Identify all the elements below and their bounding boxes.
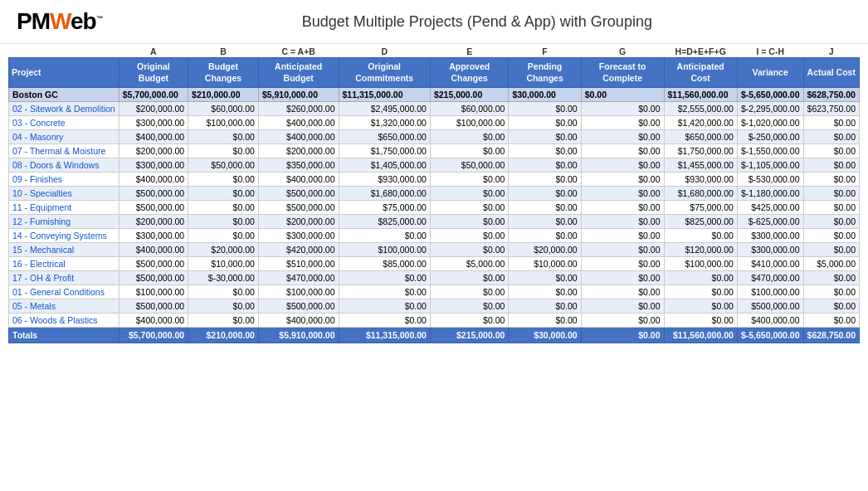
budget-table: A B C = A+B D E F G H=D+E+F+G I = C-H J … (8, 44, 860, 343)
cell-original_budget: $300,000.00 (119, 229, 188, 243)
cell-approved_changes: $0.00 (430, 271, 508, 285)
cell-original_commitments: $930,000.00 (339, 173, 430, 187)
cell-forecast_to_complete: $0.00 (581, 187, 664, 201)
cell-actual_cost: $0.00 (803, 229, 859, 243)
cell-variance: $300,000.00 (737, 243, 803, 257)
table-row: 16 - Electrical$500,000.00$10,000.00$510… (9, 257, 860, 271)
totals-pending-changes: $30,000.00 (509, 328, 581, 343)
cell-forecast_to_complete: $0.00 (581, 144, 664, 158)
cell-original_commitments: $0.00 (339, 299, 430, 314)
cell-original_budget: $400,000.00 (119, 173, 188, 187)
col-letter-c: C = A+B (258, 44, 339, 58)
cell-forecast_to_complete: $0.00 (581, 243, 664, 257)
cell-approved_changes: $100,000.00 (430, 116, 508, 130)
cell-pending_changes: $0.00 (509, 144, 581, 158)
cell-variance: $-1,550,000.00 (737, 144, 803, 158)
cell-approved_changes: $50,000.00 (430, 158, 508, 173)
page-header: PMWeb™ Budget Multiple Projects (Pend & … (0, 0, 868, 44)
cell-pending_changes: $0.00 (509, 299, 581, 314)
table-container: A B C = A+B D E F G H=D+E+F+G I = C-H J … (0, 44, 868, 352)
cell-actual_cost: $0.00 (803, 285, 859, 299)
cell-original_commitments: $75,000.00 (339, 201, 430, 215)
cell-project: 06 - Woods & Plastics (9, 314, 119, 328)
cell-original_budget: $500,000.00 (119, 257, 188, 271)
col-header-variance: Variance (737, 58, 803, 88)
cell-pending_changes: $0.00 (509, 102, 581, 116)
cell-anticipated_budget: $400,000.00 (258, 130, 339, 144)
col-letter-d: D (339, 44, 430, 58)
cell-approved_changes: $0.00 (430, 201, 508, 215)
cell-budget_changes: $0.00 (188, 130, 259, 144)
cell-anticipated_cost: $0.00 (664, 299, 737, 314)
cell-anticipated_cost: $930,000.00 (664, 173, 737, 187)
table-footer: Totals $5,700,000.00 $210,000.00 $5,910,… (9, 328, 860, 343)
cell-original_budget: $200,000.00 (119, 215, 188, 229)
cell-pending_changes: $0.00 (509, 271, 581, 285)
totals-actual-cost: $628,750.00 (803, 328, 859, 343)
cell-project: 10 - Specialties (9, 187, 119, 201)
col-letter-h: H=D+E+F+G (664, 44, 737, 58)
cell-original_commitments: $1,320,000.00 (339, 116, 430, 130)
cell-anticipated_cost: $1,420,000.00 (664, 116, 737, 130)
table-body: Boston GC $5,700,000.00 $210,000.00 $5,9… (9, 88, 860, 328)
table-row: 02 - Sitework & Demolition$200,000.00$60… (9, 102, 860, 116)
totals-approved-changes: $215,000.00 (430, 328, 508, 343)
cell-budget_changes: $50,000.00 (188, 158, 259, 173)
table-row: 08 - Doors & Windows$300,000.00$50,000.0… (9, 158, 860, 173)
cell-budget_changes: $0.00 (188, 144, 259, 158)
cell-pending_changes: $0.00 (509, 130, 581, 144)
cell-variance: $410,000.00 (737, 257, 803, 271)
cell-budget_changes: $100,000.00 (188, 116, 259, 130)
cell-pending_changes: $0.00 (509, 215, 581, 229)
cell-original_commitments: $1,680,000.00 (339, 187, 430, 201)
col-letter-g: G (581, 44, 664, 58)
cell-anticipated_cost: $0.00 (664, 314, 737, 328)
cell-original_budget: $500,000.00 (119, 271, 188, 285)
col-header-actual-cost: Actual Cost (803, 58, 859, 88)
cell-project: 15 - Mechanical (9, 243, 119, 257)
cell-pending_changes: $20,000.00 (509, 243, 581, 257)
cell-forecast_to_complete: $0.00 (581, 201, 664, 215)
col-header-project: Project (9, 58, 119, 88)
cell-approved_changes: $0.00 (430, 173, 508, 187)
group-header-approved-changes: $215,000.00 (430, 88, 508, 102)
cell-anticipated_budget: $400,000.00 (258, 314, 339, 328)
cell-anticipated_budget: $350,000.00 (258, 158, 339, 173)
col-letter-e: E (430, 44, 508, 58)
col-letter-a: A (119, 44, 188, 58)
col-letter-b: B (188, 44, 259, 58)
cell-original_budget: $400,000.00 (119, 130, 188, 144)
cell-approved_changes: $60,000.00 (430, 102, 508, 116)
totals-original-commitments: $11,315,000.00 (339, 328, 430, 343)
cell-anticipated_budget: $100,000.00 (258, 285, 339, 299)
cell-actual_cost: $0.00 (803, 130, 859, 144)
cell-original_commitments: $650,000.00 (339, 130, 430, 144)
cell-budget_changes: $0.00 (188, 201, 259, 215)
col-header-forecast-to-complete: Forecast to Complete (581, 58, 664, 88)
cell-variance: $500,000.00 (737, 299, 803, 314)
cell-variance: $-1,180,000.00 (737, 187, 803, 201)
cell-anticipated_cost: $825,000.00 (664, 215, 737, 229)
cell-project: 01 - General Conditions (9, 285, 119, 299)
cell-variance: $-530,000.00 (737, 173, 803, 187)
cell-forecast_to_complete: $0.00 (581, 271, 664, 285)
table-row: 12 - Furnishing$200,000.00$0.00$200,000.… (9, 215, 860, 229)
cell-original_budget: $500,000.00 (119, 187, 188, 201)
cell-project: 17 - OH & Profit (9, 271, 119, 285)
cell-approved_changes: $5,000.00 (430, 257, 508, 271)
cell-project: 02 - Sitework & Demolition (9, 102, 119, 116)
col-header-budget-changes: Budget Changes (188, 58, 259, 88)
cell-variance: $-250,000.00 (737, 130, 803, 144)
table-row: 07 - Thermal & Moisture$200,000.00$0.00$… (9, 144, 860, 158)
table-row: 06 - Woods & Plastics$400,000.00$0.00$40… (9, 314, 860, 328)
cell-original_budget: $300,000.00 (119, 158, 188, 173)
cell-anticipated_cost: $0.00 (664, 285, 737, 299)
cell-budget_changes: $0.00 (188, 215, 259, 229)
cell-project: 03 - Concrete (9, 116, 119, 130)
cell-anticipated_cost: $1,750,000.00 (664, 144, 737, 158)
totals-anticipated-cost: $11,560,000.00 (664, 328, 737, 343)
table-row: 05 - Metals$500,000.00$0.00$500,000.00$0… (9, 299, 860, 314)
cell-actual_cost: $0.00 (803, 243, 859, 257)
cell-anticipated_budget: $200,000.00 (258, 144, 339, 158)
column-letters-row: A B C = A+B D E F G H=D+E+F+G I = C-H J (9, 44, 860, 58)
